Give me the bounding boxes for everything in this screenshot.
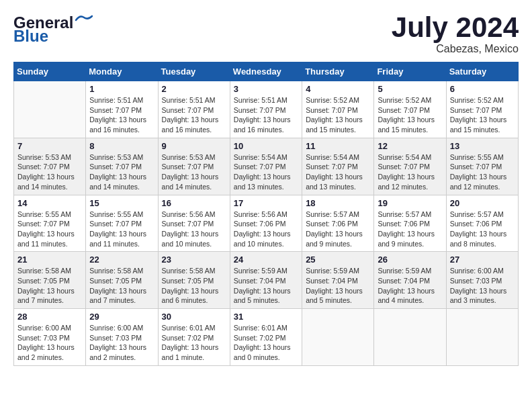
table-row: 20Sunrise: 5:57 AM Sunset: 7:06 PM Dayli… <box>446 195 518 252</box>
table-row: 7Sunrise: 5:53 AM Sunset: 7:07 PM Daylig… <box>14 138 86 195</box>
day-info: Sunrise: 5:54 AM Sunset: 7:07 PM Dayligh… <box>234 152 298 192</box>
day-info: Sunrise: 5:55 AM Sunset: 7:07 PM Dayligh… <box>89 210 154 249</box>
day-info: Sunrise: 5:53 AM Sunset: 7:07 PM Dayligh… <box>89 152 154 192</box>
col-sunday: Sunday <box>14 62 86 81</box>
day-info: Sunrise: 5:56 AM Sunset: 7:07 PM Dayligh… <box>162 210 226 249</box>
day-number: 11 <box>306 141 370 151</box>
table-row: 14Sunrise: 5:55 AM Sunset: 7:07 PM Dayli… <box>14 195 86 252</box>
day-info: Sunrise: 5:51 AM Sunset: 7:07 PM Dayligh… <box>234 95 298 135</box>
col-wednesday: Wednesday <box>230 62 302 81</box>
table-row: 27Sunrise: 6:00 AM Sunset: 7:03 PM Dayli… <box>446 252 518 309</box>
page-header: General Blue July 2024 Cabezas, Mexico <box>13 13 519 55</box>
col-friday: Friday <box>374 62 446 81</box>
col-thursday: Thursday <box>302 62 374 81</box>
day-number: 2 <box>162 84 226 94</box>
day-number: 7 <box>17 141 82 151</box>
table-row: 29Sunrise: 6:00 AM Sunset: 7:03 PM Dayli… <box>86 309 158 366</box>
day-info: Sunrise: 5:58 AM Sunset: 7:05 PM Dayligh… <box>162 266 226 306</box>
day-number: 1 <box>89 84 154 94</box>
table-row: 28Sunrise: 6:00 AM Sunset: 7:03 PM Dayli… <box>14 309 86 366</box>
table-row: 31Sunrise: 6:01 AM Sunset: 7:02 PM Dayli… <box>230 309 302 366</box>
day-number: 19 <box>378 198 442 208</box>
calendar-header-row: Sunday Monday Tuesday Wednesday Thursday… <box>14 62 519 81</box>
calendar-table: Sunday Monday Tuesday Wednesday Thursday… <box>13 62 519 366</box>
day-info: Sunrise: 5:52 AM Sunset: 7:07 PM Dayligh… <box>450 95 515 135</box>
logo-blue: Blue <box>13 27 93 46</box>
day-info: Sunrise: 5:55 AM Sunset: 7:07 PM Dayligh… <box>17 210 82 249</box>
table-row: 25Sunrise: 5:59 AM Sunset: 7:04 PM Dayli… <box>302 252 374 309</box>
col-saturday: Saturday <box>446 62 518 81</box>
day-info: Sunrise: 5:51 AM Sunset: 7:07 PM Dayligh… <box>89 95 154 135</box>
day-number: 26 <box>378 255 442 265</box>
day-info: Sunrise: 5:56 AM Sunset: 7:06 PM Dayligh… <box>234 210 298 249</box>
day-info: Sunrise: 5:52 AM Sunset: 7:07 PM Dayligh… <box>378 95 442 135</box>
day-info: Sunrise: 5:57 AM Sunset: 7:06 PM Dayligh… <box>450 210 515 249</box>
calendar-week-row: 7Sunrise: 5:53 AM Sunset: 7:07 PM Daylig… <box>14 138 519 195</box>
day-info: Sunrise: 5:54 AM Sunset: 7:07 PM Dayligh… <box>378 152 442 192</box>
day-info: Sunrise: 6:01 AM Sunset: 7:02 PM Dayligh… <box>234 323 298 363</box>
day-number: 5 <box>378 84 442 94</box>
day-info: Sunrise: 5:53 AM Sunset: 7:07 PM Dayligh… <box>17 152 82 192</box>
day-info: Sunrise: 5:59 AM Sunset: 7:04 PM Dayligh… <box>306 266 370 306</box>
day-number: 24 <box>234 255 298 265</box>
table-row: 9Sunrise: 5:53 AM Sunset: 7:07 PM Daylig… <box>158 138 230 195</box>
calendar-location: Cabezas, Mexico <box>392 43 519 55</box>
day-number: 21 <box>17 255 82 265</box>
table-row: 10Sunrise: 5:54 AM Sunset: 7:07 PM Dayli… <box>230 138 302 195</box>
table-row: 6Sunrise: 5:52 AM Sunset: 7:07 PM Daylig… <box>446 81 518 138</box>
day-info: Sunrise: 6:00 AM Sunset: 7:03 PM Dayligh… <box>17 323 82 363</box>
day-number: 3 <box>234 84 298 94</box>
table-row <box>446 309 518 366</box>
day-number: 18 <box>306 198 370 208</box>
day-info: Sunrise: 5:55 AM Sunset: 7:07 PM Dayligh… <box>450 152 515 192</box>
table-row: 26Sunrise: 5:59 AM Sunset: 7:04 PM Dayli… <box>374 252 446 309</box>
table-row: 12Sunrise: 5:54 AM Sunset: 7:07 PM Dayli… <box>374 138 446 195</box>
day-number: 31 <box>234 312 298 322</box>
table-row <box>374 309 446 366</box>
day-number: 17 <box>234 198 298 208</box>
table-row: 18Sunrise: 5:57 AM Sunset: 7:06 PM Dayli… <box>302 195 374 252</box>
table-row <box>14 81 86 138</box>
day-info: Sunrise: 5:58 AM Sunset: 7:05 PM Dayligh… <box>89 266 154 306</box>
day-number: 20 <box>450 198 515 208</box>
table-row: 1Sunrise: 5:51 AM Sunset: 7:07 PM Daylig… <box>86 81 158 138</box>
day-number: 25 <box>306 255 370 265</box>
calendar-week-row: 14Sunrise: 5:55 AM Sunset: 7:07 PM Dayli… <box>14 195 519 252</box>
day-number: 14 <box>17 198 82 208</box>
table-row: 2Sunrise: 5:51 AM Sunset: 7:07 PM Daylig… <box>158 81 230 138</box>
calendar-week-row: 28Sunrise: 6:00 AM Sunset: 7:03 PM Dayli… <box>14 309 519 366</box>
day-info: Sunrise: 5:54 AM Sunset: 7:07 PM Dayligh… <box>306 152 370 192</box>
day-number: 6 <box>450 84 515 94</box>
col-tuesday: Tuesday <box>158 62 230 81</box>
day-info: Sunrise: 5:51 AM Sunset: 7:07 PM Dayligh… <box>162 95 226 135</box>
day-number: 22 <box>89 255 154 265</box>
day-number: 23 <box>162 255 226 265</box>
table-row: 21Sunrise: 5:58 AM Sunset: 7:05 PM Dayli… <box>14 252 86 309</box>
logo-bird-icon <box>75 13 93 27</box>
logo: General Blue <box>13 13 93 46</box>
day-info: Sunrise: 6:01 AM Sunset: 7:02 PM Dayligh… <box>162 323 226 363</box>
day-number: 12 <box>378 141 442 151</box>
title-block: July 2024 Cabezas, Mexico <box>392 13 519 55</box>
day-number: 4 <box>306 84 370 94</box>
day-number: 28 <box>17 312 82 322</box>
table-row: 17Sunrise: 5:56 AM Sunset: 7:06 PM Dayli… <box>230 195 302 252</box>
table-row: 19Sunrise: 5:57 AM Sunset: 7:06 PM Dayli… <box>374 195 446 252</box>
table-row: 23Sunrise: 5:58 AM Sunset: 7:05 PM Dayli… <box>158 252 230 309</box>
day-info: Sunrise: 5:59 AM Sunset: 7:04 PM Dayligh… <box>234 266 298 306</box>
table-row: 16Sunrise: 5:56 AM Sunset: 7:07 PM Dayli… <box>158 195 230 252</box>
day-info: Sunrise: 5:57 AM Sunset: 7:06 PM Dayligh… <box>378 210 442 249</box>
table-row: 3Sunrise: 5:51 AM Sunset: 7:07 PM Daylig… <box>230 81 302 138</box>
day-info: Sunrise: 5:58 AM Sunset: 7:05 PM Dayligh… <box>17 266 82 306</box>
calendar-week-row: 1Sunrise: 5:51 AM Sunset: 7:07 PM Daylig… <box>14 81 519 138</box>
table-row: 13Sunrise: 5:55 AM Sunset: 7:07 PM Dayli… <box>446 138 518 195</box>
table-row: 30Sunrise: 6:01 AM Sunset: 7:02 PM Dayli… <box>158 309 230 366</box>
day-info: Sunrise: 6:00 AM Sunset: 7:03 PM Dayligh… <box>450 266 515 306</box>
day-info: Sunrise: 5:57 AM Sunset: 7:06 PM Dayligh… <box>306 210 370 249</box>
table-row: 22Sunrise: 5:58 AM Sunset: 7:05 PM Dayli… <box>86 252 158 309</box>
day-info: Sunrise: 5:53 AM Sunset: 7:07 PM Dayligh… <box>162 152 226 192</box>
day-number: 9 <box>162 141 226 151</box>
table-row: 8Sunrise: 5:53 AM Sunset: 7:07 PM Daylig… <box>86 138 158 195</box>
table-row: 5Sunrise: 5:52 AM Sunset: 7:07 PM Daylig… <box>374 81 446 138</box>
day-info: Sunrise: 6:00 AM Sunset: 7:03 PM Dayligh… <box>89 323 154 363</box>
